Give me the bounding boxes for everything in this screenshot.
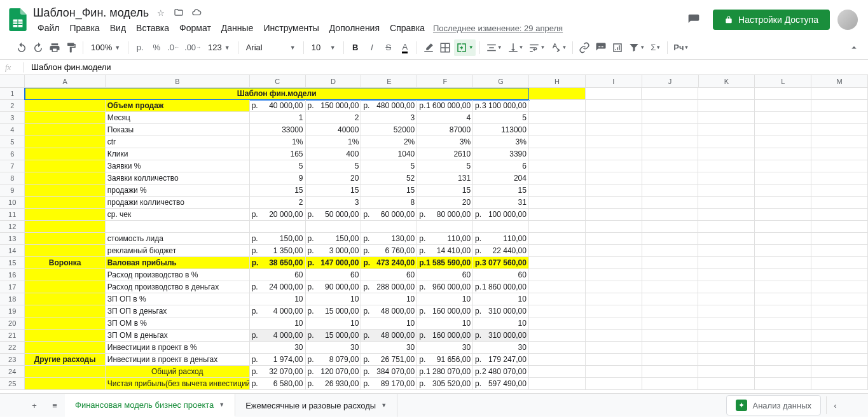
cell[interactable] <box>811 281 868 293</box>
cell[interactable]: 5 <box>306 160 362 172</box>
col-header[interactable]: E <box>361 75 417 87</box>
cell[interactable] <box>25 136 105 148</box>
cell[interactable]: 3 <box>361 112 417 124</box>
insert-comment-button[interactable] <box>593 39 609 56</box>
cell[interactable]: 9 <box>250 172 306 185</box>
cell[interactable] <box>586 245 642 257</box>
col-header[interactable]: L <box>755 75 811 87</box>
merge-cells-button[interactable]: ▼ <box>454 39 476 56</box>
cell[interactable] <box>529 221 586 233</box>
row-header[interactable]: 15 <box>0 257 25 269</box>
cell[interactable] <box>755 354 811 366</box>
cell[interactable] <box>586 221 642 233</box>
menu-tools[interactable]: Инструменты <box>259 22 323 34</box>
cell[interactable]: Воронка <box>25 257 105 269</box>
cloud-status-icon[interactable] <box>191 7 202 18</box>
grid-area[interactable]: A B C D E F G H I J K L M 1Шаблон фин.мо… <box>0 75 868 393</box>
cell[interactable]: р.473 240,00 <box>361 257 417 269</box>
filter-button[interactable]: ▼ <box>626 39 647 56</box>
cell[interactable]: 5 <box>361 160 417 172</box>
cell[interactable] <box>642 172 699 185</box>
cell[interactable]: ср. чек <box>106 209 250 221</box>
cell[interactable] <box>529 257 586 269</box>
row-header[interactable]: 10 <box>0 197 25 209</box>
cell[interactable] <box>811 209 868 221</box>
cell[interactable] <box>811 88 868 100</box>
cell[interactable]: Инвестиции в проект в % <box>106 342 250 354</box>
cell[interactable] <box>25 124 105 136</box>
col-header[interactable]: I <box>586 75 642 87</box>
cell[interactable] <box>586 88 642 100</box>
cell[interactable] <box>755 257 811 269</box>
cell[interactable]: 52 <box>361 172 417 185</box>
cell[interactable] <box>529 317 586 330</box>
cell[interactable] <box>642 88 698 100</box>
add-sheet-button[interactable]: + <box>24 395 45 415</box>
cell[interactable] <box>586 112 642 124</box>
row-header[interactable]: 23 <box>0 354 25 366</box>
cell[interactable] <box>755 245 811 257</box>
cell[interactable]: р.15 000,00 <box>306 330 362 342</box>
row-header[interactable]: 21 <box>0 330 25 342</box>
cell[interactable] <box>586 354 642 366</box>
cell[interactable] <box>586 257 642 269</box>
print-button[interactable] <box>47 39 62 56</box>
cell[interactable]: 3390 <box>473 148 529 160</box>
cell[interactable] <box>755 366 811 378</box>
cell[interactable] <box>755 197 811 209</box>
borders-button[interactable] <box>437 39 453 56</box>
insert-link-button[interactable] <box>577 39 592 56</box>
cell[interactable]: ЗП ОП в % <box>106 293 250 305</box>
cell[interactable]: р.4 000,00 <box>250 330 306 342</box>
cell[interactable] <box>811 124 868 136</box>
cell[interactable] <box>642 185 699 197</box>
cell[interactable] <box>529 148 586 160</box>
cell[interactable]: рекламный бюджет <box>106 245 250 257</box>
row-header[interactable]: 9 <box>0 185 25 197</box>
cell[interactable]: р.2 480 070,00 <box>473 366 529 378</box>
cell[interactable] <box>642 257 699 269</box>
cell[interactable] <box>529 197 586 209</box>
cell[interactable] <box>755 305 811 317</box>
cell[interactable] <box>698 197 755 209</box>
cell[interactable] <box>586 136 642 148</box>
cell[interactable] <box>529 88 586 100</box>
cell[interactable] <box>698 245 755 257</box>
functions-button[interactable]: Σ▼ <box>648 39 663 56</box>
cell[interactable] <box>698 233 755 245</box>
cell[interactable] <box>755 185 811 197</box>
cell[interactable] <box>755 124 811 136</box>
cell[interactable] <box>811 221 868 233</box>
vertical-align-button[interactable]: ▼ <box>506 39 526 56</box>
cell[interactable]: р.179 247,00 <box>473 354 529 366</box>
cell[interactable]: р.60 000,00 <box>361 209 417 221</box>
cell[interactable] <box>586 172 642 185</box>
cell[interactable] <box>755 342 811 354</box>
cell[interactable]: 10 <box>473 317 529 330</box>
cell[interactable]: 2 <box>250 197 306 209</box>
cell[interactable]: ЗП ОП в деньгах <box>106 305 250 317</box>
cell[interactable] <box>755 317 811 330</box>
increase-decimals-button[interactable]: .00→ <box>183 39 203 56</box>
cell[interactable]: ЗП ОМ в деньгах <box>106 330 250 342</box>
cell[interactable]: р.3 077 560,00 <box>473 257 529 269</box>
cell[interactable]: р.1 600 000,00 <box>417 100 473 112</box>
cell[interactable] <box>811 185 868 197</box>
cell[interactable] <box>755 88 811 100</box>
cell[interactable]: Чистая прибыль(без вычета инвестиций) <box>106 378 250 390</box>
cell[interactable] <box>811 330 868 342</box>
italic-button[interactable]: I <box>364 39 380 56</box>
cell[interactable]: 60 <box>417 269 473 281</box>
explore-button[interactable]: ✦ Анализ данных <box>726 395 821 415</box>
cell[interactable]: 131 <box>417 172 473 185</box>
cell[interactable]: р.80 000,00 <box>417 209 473 221</box>
cell[interactable]: 5 <box>250 160 306 172</box>
cell[interactable] <box>698 185 755 197</box>
cell[interactable] <box>811 100 868 112</box>
col-header[interactable]: B <box>106 75 250 87</box>
text-rotation-button[interactable]: ▼ <box>548 39 568 56</box>
cell[interactable]: р.8 079,00 <box>306 354 362 366</box>
cell[interactable] <box>811 342 868 354</box>
font-family-select[interactable]: Arial▼ <box>242 39 300 56</box>
cell[interactable] <box>25 221 105 233</box>
